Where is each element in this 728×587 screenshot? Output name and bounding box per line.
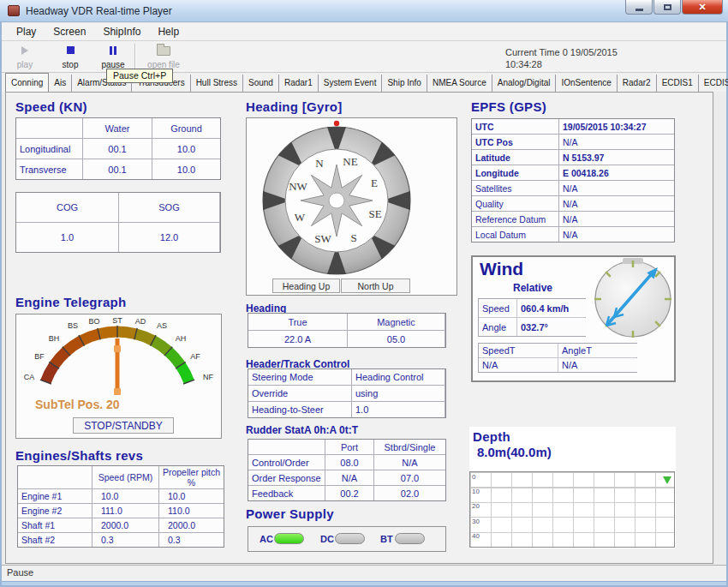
menu-shipinfo[interactable]: ShipInfo: [95, 24, 148, 39]
menu-help[interactable]: Help: [150, 24, 187, 39]
value-cell: 10.0: [92, 489, 158, 503]
col-port: Port: [325, 440, 373, 454]
row-label: Reference Datum: [472, 212, 558, 226]
compass-rose: N NE E SE S SW W NW: [247, 118, 456, 276]
wind-title: Wind: [480, 259, 523, 279]
row-label: Override: [248, 386, 351, 401]
north-up-button[interactable]: North Up: [341, 279, 410, 293]
tab-ionsentence[interactable]: IOnSentence: [556, 75, 617, 92]
minimize-button[interactable]: [625, 0, 653, 15]
pause-button[interactable]: pause: [94, 44, 132, 70]
row-label: Heading-to-Steer: [248, 402, 351, 417]
row-label: Steering Mode: [248, 369, 351, 385]
heading-table: True Magnetic 22.0 A 05.0: [248, 313, 446, 348]
heading-gyro-title: Heading [Gyro]: [246, 99, 343, 114]
maximize-button[interactable]: [653, 0, 681, 15]
epfs-title: EPFS (GPS): [471, 99, 546, 114]
value-cell: 10.0: [152, 139, 220, 159]
tab-radar2[interactable]: Radar2: [618, 75, 657, 92]
tab-ecdis1[interactable]: ECDIS1: [657, 75, 699, 92]
row-label: Order Response: [248, 470, 325, 485]
window-frame-bottom: [2, 581, 726, 585]
power-supply-panel: AC DC BT: [248, 526, 446, 552]
telegraph-label: AD: [135, 317, 146, 326]
tab-ais[interactable]: Ais: [49, 75, 72, 92]
wind-speedt-label: SpeedT: [479, 344, 558, 357]
tab-hull-stress[interactable]: Hull Stress: [191, 75, 243, 92]
wind-direction-dial: [592, 258, 674, 340]
wind-true-table: SpeedT AngleT N/A N/A: [478, 343, 637, 373]
row-label: Satellites: [472, 181, 558, 195]
value-cell: 00.1: [83, 159, 152, 179]
tab-analog-digital[interactable]: Analog/Digital: [492, 75, 557, 92]
value-cell: 00.2: [325, 486, 373, 500]
cog-value: 1.0: [16, 223, 118, 252]
depth-title: Depth: [473, 429, 510, 444]
value-cell: 1.0: [352, 402, 445, 417]
telegraph-label: NF: [203, 373, 213, 381]
compass-point: E: [371, 177, 378, 189]
telegraph-label: BO: [88, 317, 99, 326]
power-supply-title: Power Supply: [246, 506, 334, 521]
value-cell: N 5153.97: [559, 150, 674, 165]
row-label: Quality: [472, 196, 558, 211]
tab-nmea-source[interactable]: NMEA Source: [427, 75, 492, 92]
status-bar: Pause: [2, 565, 726, 581]
close-button[interactable]: ✕: [682, 0, 723, 15]
engine-telegraph-panel: CA BF BH BS BO ST AD AS AH AF NF SubTel …: [15, 314, 222, 439]
row-label: UTC: [472, 119, 558, 134]
rudder-title: Rudder StatA 0h:A 0t:T: [246, 424, 358, 436]
heading-magnetic-value: 05.0: [348, 331, 445, 347]
sog-label: SOG: [119, 193, 219, 222]
stop-icon: [67, 46, 75, 54]
compass-point: NE: [343, 155, 357, 168]
menu-screen[interactable]: Screen: [45, 24, 93, 39]
play-label: play: [17, 60, 33, 69]
col-ground: Ground: [152, 118, 220, 138]
power-bt-indicator: [395, 533, 425, 544]
compass-point: SW: [314, 232, 331, 245]
depth-axis-tick: 40: [472, 532, 480, 540]
tab-ecdis2[interactable]: ECDIS2: [699, 75, 728, 92]
compass-point: SE: [368, 207, 381, 220]
heading-up-button[interactable]: Heading Up: [272, 279, 340, 293]
app-icon: [8, 5, 20, 16]
open-file-button[interactable]: open file: [141, 44, 186, 70]
tab-sound[interactable]: Sound: [243, 75, 279, 92]
compass-point: S: [350, 231, 356, 244]
current-time-date: Current Time 0 19/05/2015: [505, 46, 618, 58]
depth-axis-tick: 0: [472, 473, 475, 481]
compass-point: NW: [289, 180, 307, 193]
wind-anglet-value: N/A: [558, 358, 637, 372]
col-speed-rpm: Speed (RPM): [92, 466, 158, 488]
tab-radar1[interactable]: Radar1: [279, 75, 319, 92]
value-cell: 02.0: [374, 486, 445, 500]
cog-sog-table: COG SOG 1.0 12.0: [15, 192, 221, 253]
tab-conning[interactable]: Conning: [5, 73, 49, 92]
tab-ship-info[interactable]: Ship Info: [382, 75, 427, 92]
rudder-table: Port Stbrd/Single Control/Order 08.0 N/A…: [248, 439, 446, 501]
heading-true-value: 22.0 A: [248, 331, 347, 347]
stop-standby-button[interactable]: STOP/STANDBY: [73, 417, 174, 434]
minimize-icon: [636, 9, 643, 11]
sog-value: 12.0: [119, 223, 219, 252]
play-button[interactable]: play: [6, 44, 44, 70]
value-cell: 110.0: [159, 504, 224, 518]
value-cell: N/A: [559, 196, 674, 211]
close-icon: ✕: [698, 2, 706, 13]
telegraph-label: AF: [190, 352, 200, 361]
depth-panel: Depth 8.0m(40.0m) 0 10 20 30 40: [469, 427, 676, 548]
wind-speed-label: Speed: [479, 299, 516, 317]
col-true: True: [248, 314, 347, 330]
stop-button[interactable]: stop: [51, 44, 89, 70]
telegraph-label: BH: [49, 334, 60, 343]
wind-speedt-value: N/A: [479, 358, 558, 372]
power-dc-indicator: [335, 533, 365, 544]
value-cell: 0.3: [159, 533, 224, 547]
telegraph-label: CA: [24, 373, 35, 381]
tab-system-event[interactable]: System Event: [319, 75, 383, 92]
playback-slider[interactable]: [205, 45, 483, 70]
telegraph-label: BS: [68, 321, 78, 330]
menu-play[interactable]: Play: [9, 24, 44, 39]
row-label: UTC Pos: [472, 135, 558, 149]
